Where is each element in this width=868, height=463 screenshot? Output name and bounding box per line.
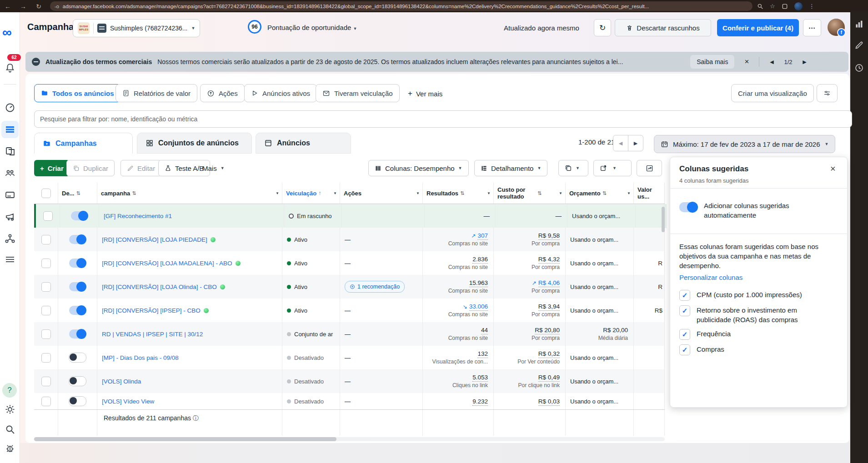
result-value[interactable]: ↘33.006 [463, 303, 488, 310]
see-more-button[interactable]: +Ver mais [408, 89, 442, 98]
row-toggle[interactable] [58, 251, 97, 275]
breakdown-button[interactable]: Detalhamento▼ [474, 160, 547, 176]
extension-icon[interactable] [782, 3, 788, 10]
opportunity-score-label[interactable]: Pontuação de oportunidade ▼ [267, 24, 357, 31]
billing-card-icon[interactable] [5, 189, 15, 200]
suggested-column-item[interactable]: ✓ Compras [679, 344, 838, 355]
result-value[interactable]: 15.963 [469, 279, 488, 286]
result-value[interactable]: 5.053 [472, 374, 488, 381]
campaign-link[interactable]: [VOLS] Olinda [102, 378, 141, 385]
table-row[interactable]: [VOLS] Vídeo View Desativado — 9.232 R$ … [34, 393, 665, 410]
reports-stack-button[interactable]: ▼ [558, 160, 588, 176]
col-header-budget[interactable]: Orçamento⇅ ▼ [566, 183, 634, 204]
tab-campaigns[interactable]: Campanhas [34, 133, 133, 154]
assets-nodes-icon[interactable] [5, 233, 15, 244]
review-publish-button[interactable]: Conferir e publicar (4) [717, 19, 799, 36]
audiences-people-icon[interactable] [5, 168, 15, 179]
page-next-button[interactable]: ▶ [628, 135, 643, 151]
cost-value[interactable]: R$ 20,80 [535, 327, 560, 334]
filter-value-reports[interactable]: Relatórios de valor [115, 84, 197, 102]
campaign-link[interactable]: [RD] [CONVERSÃO] [IPSEP] - CBO [102, 307, 201, 314]
browser-profile-avatar[interactable] [794, 2, 803, 10]
col-header-cost[interactable]: Custo por resultado ⇅ ▼ [494, 183, 566, 204]
customize-columns-link[interactable]: Personalizar colunas [679, 274, 743, 281]
result-value[interactable]: 2.836 [472, 256, 488, 263]
page-prev-button[interactable]: ◀ [613, 135, 628, 151]
export-button[interactable]: ▼ [593, 160, 632, 176]
tab-ad-sets[interactable]: Conjuntos de anúncios [137, 133, 252, 154]
rail-edit-pencil-icon[interactable] [854, 40, 864, 50]
browser-menu-icon[interactable]: ⋮ [809, 3, 815, 10]
table-row[interactable]: RD | VENDAS | IPSEP | SITE | 30/12 Conju… [34, 322, 665, 346]
col-header-campaign[interactable]: campanha⇅ ▼ [97, 183, 282, 204]
col-header-delivery-toggle[interactable]: De...⇅ [58, 183, 97, 204]
row-toggle[interactable] [58, 393, 97, 409]
vertical-scrollbar-thumb[interactable] [662, 207, 665, 232]
cost-value[interactable]: R$ 0,32 [538, 350, 560, 357]
cost-value[interactable]: R$ 4,32 [538, 256, 560, 263]
table-row[interactable]: [VOLS] Olinda Desativado — 5.053 Cliques… [34, 369, 665, 393]
search-icon[interactable] [5, 424, 15, 435]
col-header-results[interactable]: Resultados⇅ ▼ [423, 183, 494, 204]
search-input[interactable] [34, 110, 852, 128]
settings-gear-icon[interactable] [5, 404, 15, 415]
learn-more-button[interactable]: Saiba mais [690, 55, 734, 69]
suggested-column-item[interactable]: ✓ CPM (custo por 1.000 impressões) [679, 290, 838, 301]
meta-logo[interactable]: ∞ [2, 26, 12, 39]
banner-next-icon[interactable]: ▶ [798, 55, 812, 69]
browser-back-icon[interactable]: ← [0, 3, 15, 10]
cost-value[interactable]: ↗R$ 4,06 [532, 279, 560, 286]
campaign-link[interactable]: [GF] Reconhecimento #1 [104, 213, 172, 219]
date-range-selector[interactable]: Máximo: 17 de fev de 2023 a 17 de mar de… [654, 135, 835, 153]
cost-value[interactable]: R$ 0,49 [538, 374, 560, 381]
select-all-checkbox[interactable] [34, 183, 58, 204]
filter-had-delivery[interactable]: Tiveram veiculação [316, 84, 400, 102]
address-bar[interactable]: ‑o adsmanager.facebook.com/adsmanager/ma… [50, 1, 753, 11]
row-checkbox[interactable] [34, 393, 58, 409]
row-toggle[interactable] [58, 369, 97, 393]
browser-reload-icon[interactable]: ↻ [31, 3, 46, 10]
report-bug-icon[interactable] [5, 443, 15, 454]
row-checkbox[interactable] [34, 251, 58, 275]
reports-pages-icon[interactable] [5, 146, 15, 157]
campaign-link[interactable]: RD | VENDAS | IPSEP | SITE | 30/12 [102, 331, 203, 338]
row-toggle[interactable] [58, 322, 97, 346]
campaign-link[interactable]: [RD] [CONVERSÃO] [LOJA Olinda] - CBO [102, 284, 217, 290]
result-value[interactable]: 9.232 [472, 398, 488, 405]
result-value[interactable]: ↗307 [471, 232, 488, 239]
promotions-megaphone-icon[interactable] [5, 211, 15, 222]
horizontal-scrollbar[interactable] [34, 437, 665, 441]
search-page-icon[interactable] [757, 3, 763, 10]
panel-close-icon[interactable]: × [830, 164, 836, 174]
notifications-bell-icon[interactable] [5, 62, 15, 73]
row-toggle[interactable] [58, 228, 97, 251]
row-toggle[interactable] [58, 299, 97, 322]
search-filter-bar[interactable] [34, 110, 840, 127]
cost-value[interactable]: R$ 0,03 [538, 398, 560, 405]
more-menu-button[interactable]: Mais▼ [196, 160, 231, 176]
tab-ads[interactable]: Anúncios [256, 133, 351, 154]
edit-button[interactable]: Editar [120, 160, 161, 176]
opportunity-score-ring[interactable]: 96 [248, 20, 261, 34]
row-checkbox[interactable] [34, 228, 58, 251]
help-button[interactable]: ? [2, 383, 17, 398]
campaign-link[interactable]: [RD] [CONVERSÃO] [LOJA MADALENA] - ABO [102, 260, 232, 267]
cost-value[interactable]: R$ 9,58 [538, 232, 560, 239]
duplicate-button[interactable]: Duplicar [66, 160, 115, 176]
discard-drafts-button[interactable]: Descartar rascunhos [615, 19, 711, 36]
site-info-icon[interactable]: ‑o [55, 4, 59, 9]
info-icon[interactable]: ⓘ [193, 415, 199, 422]
browser-forward-icon[interactable]: → [15, 3, 31, 10]
overview-gauge-icon[interactable] [5, 102, 15, 113]
col-header-actions[interactable]: Ações ▼ [340, 183, 423, 204]
row-checkbox[interactable] [34, 346, 58, 369]
create-button[interactable]: +Criar [34, 160, 70, 176]
table-row[interactable]: [MP] - Dias Dos pais - 09/08 Desativado … [34, 346, 665, 370]
campaign-link[interactable]: [VOLS] Vídeo View [102, 398, 154, 405]
result-value[interactable]: 44 [481, 327, 488, 334]
suggested-column-item[interactable]: ✓ Frequência [679, 329, 838, 340]
col-header-delivery[interactable]: Veiculação↑ ▼ [282, 183, 340, 204]
table-row[interactable]: [RD] [CONVERSÃO] [LOJA PIEDADE] Ativo — … [34, 228, 665, 252]
view-settings-button[interactable] [817, 84, 838, 102]
campaign-link[interactable]: [RD] [CONVERSÃO] [LOJA PIEDADE] [102, 236, 207, 243]
